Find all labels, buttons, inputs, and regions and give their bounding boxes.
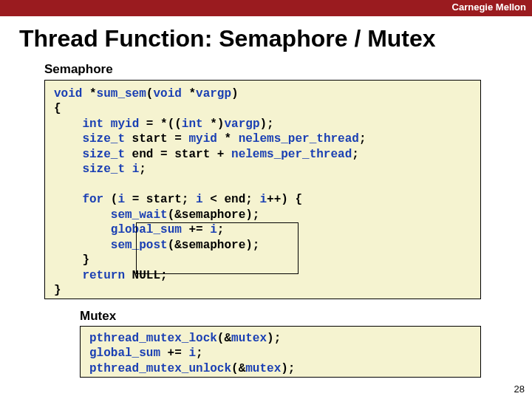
slide: Carnegie Mellon Thread Function: Semapho… [0,0,532,399]
highlight-box [136,222,299,274]
top-bar: Carnegie Mellon [0,0,532,16]
mutex-label: Mutex [80,309,116,324]
slide-title: Thread Function: Semaphore / Mutex [19,25,436,52]
semaphore-code-box: void *sum_sem(void *vargp) { int myid = … [44,80,481,299]
page-number: 28 [514,383,525,395]
mutex-code-box: pthread_mutex_lock(&mutex); global_sum +… [80,326,481,378]
semaphore-label: Semaphore [44,62,113,77]
brand-text: Carnegie Mellon [452,1,526,13]
code-block-2: pthread_mutex_lock(&mutex); global_sum +… [89,331,471,376]
